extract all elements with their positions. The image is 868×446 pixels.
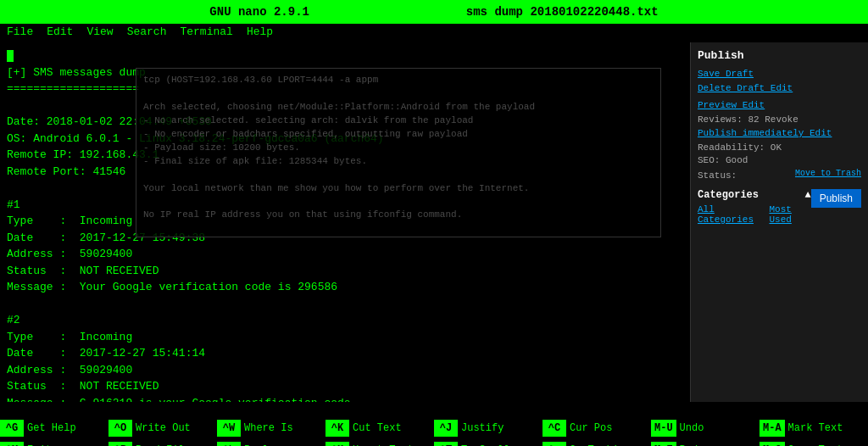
shortcut-item[interactable]: M-6Copy Text [760,439,868,446]
shortcut-key: ^O [108,420,132,437]
shortcut-label: Get Help [27,422,76,434]
shortcut-item[interactable]: ^XExit [0,439,108,446]
editor-line: Status : NOT RECEIVED [7,378,683,395]
menu-item-file[interactable]: File [7,25,33,41]
shortcut-item[interactable]: ^_Go To Line [542,439,651,446]
overlay-line: tcp (HOST=192.168.43.60 LPORT=4444 -a ap… [143,74,654,87]
menu-item-terminal[interactable]: Terminal [180,25,232,41]
overlay-line [143,87,654,101]
shortcut-item[interactable]: M-UUndo [651,417,760,439]
overlay-line [143,169,654,182]
editor-line: #2 [7,312,683,329]
editor-line: Message : Your Google verification code … [7,279,683,296]
delete-draft-button[interactable]: Delete Draft Edit [698,83,861,93]
seo-label: SEO: Good [698,155,861,165]
shortcut-item[interactable]: ^KCut Text [326,417,434,439]
overlay-line: - Payload size: 10200 bytes. [143,142,654,155]
shortcut-item[interactable]: ^UUncut Text [326,439,434,446]
editor-line: Message : G-916219 is your Google verifi… [7,395,683,403]
shortcut-label: Justify [461,422,504,434]
shortcut-label: Cut Text [353,422,402,434]
menu-bar: FileEditViewSearchTerminalHelp [0,24,868,42]
preview-button[interactable]: Preview Edit [698,100,861,110]
editor-line: Address : 59029400 [7,246,683,263]
shortcut-item[interactable]: ^GGet Help [0,417,108,439]
shortcut-item[interactable]: ^OWrite Out [108,417,217,439]
shortcut-key: M-6 [760,442,785,446]
menu-item-view[interactable]: View [86,25,113,41]
shortcut-key: M-A [760,420,785,437]
publish-button[interactable]: Publish [811,189,861,208]
overlay-panel: tcp (HOST=192.168.43.60 LPORT=4444 -a ap… [136,68,661,237]
categories-expand-icon[interactable]: ▲ [804,189,810,201]
shortcut-item[interactable]: ^RRead File [108,439,217,446]
shortcut-key: ^G [0,420,24,437]
menu-item-edit[interactable]: Edit [47,25,73,41]
shortcut-key: M-E [651,442,676,446]
shortcut-key: ^_ [542,442,566,446]
shortcut-item[interactable]: M-ERedo [651,439,760,446]
editor-line: Date : 2017-12-27 15:41:14 [7,345,683,362]
shortcut-item[interactable]: ^CCur Pos [542,417,651,439]
overlay-line [143,195,654,209]
shortcut-key: ^R [108,442,132,446]
overlay-line: - No encoder or badchars specified, outp… [143,128,654,142]
editor-line: Address : 59029400 [7,362,683,379]
publish-immediately-button[interactable]: Publish immediately Edit [698,128,861,138]
status-label: Status: [698,170,737,181]
sidebar-publish-title: Publish [698,49,861,62]
sidebar: Publish Save Draft Delete Draft Edit Pre… [690,42,868,402]
shortcut-item[interactable]: ^\Replace [217,439,326,446]
overlay-line: Arch selected, choosing net/Module::Plat… [143,101,654,114]
shortcut-row-2: ^XExit^RRead File^\Replace^UUncut Text^T… [0,439,868,446]
reviews-label: Reviews: 82 Revoke [698,114,861,125]
shortcut-key: ^C [542,420,566,437]
main-area: [+] SMS messages dump===================… [0,42,868,402]
status-bar [0,402,868,417]
filename: sms dump 20180102220448.txt [466,5,659,19]
most-used-link[interactable]: Most Used [769,204,810,225]
shortcut-label: Mark Text [788,422,843,434]
shortcut-label: Write Out [136,422,191,434]
shortcut-label: Where Is [244,422,293,434]
shortcut-item[interactable]: ^JJustify [434,417,542,439]
bottom-bar: ^GGet Help^OWrite Out^WWhere Is^KCut Tex… [0,417,868,446]
shortcut-key: M-U [651,420,676,437]
all-categories-link[interactable]: All Categories [698,204,762,225]
editor-line [7,296,683,313]
overlay-line: Your local network than me show you how … [143,182,654,196]
menu-item-search[interactable]: Search [127,25,167,41]
overlay-line: - No arch selected. selecting arch: dalv… [143,114,654,128]
shortcut-item[interactable]: ^TTo Spell [434,439,542,446]
shortcut-row-1: ^GGet Help^OWrite Out^WWhere Is^KCut Tex… [0,417,868,439]
title-bar: GNU nano 2.9.1 sms dump 20180102220448.t… [0,0,868,24]
shortcut-key: ^\ [217,442,241,446]
shortcut-key: ^K [326,420,349,437]
app-name: GNU nano 2.9.1 [209,5,309,19]
shortcut-key: ^U [326,442,349,446]
categories-title: Categories [698,189,759,201]
editor-cursor-line [7,47,683,64]
move-to-trash-link[interactable]: Move to Trash [795,169,861,178]
overlay-line [143,222,654,236]
shortcut-label: Undo [680,422,704,434]
shortcut-key: ^W [217,420,241,437]
save-draft-button[interactable]: Save Draft [698,69,861,79]
readability-label: Readability: OK [698,142,861,153]
editor-line: Type : Incoming [7,329,683,346]
editor-line: Status : NOT RECEIVED [7,263,683,280]
overlay-line: - Final size of apk file: 1285344 bytes. [143,155,654,169]
shortcut-key: ^T [434,442,458,446]
shortcut-key: ^J [434,420,458,437]
shortcut-item[interactable]: M-AMark Text [760,417,868,439]
menu-item-help[interactable]: Help [247,25,273,41]
shortcut-item[interactable]: ^WWhere Is [217,417,326,439]
shortcut-key: ^X [0,442,24,446]
overlay-line: Will generate payload in your directory … [143,236,654,237]
overlay-line: No IP real IP address you on that using … [143,209,654,222]
shortcut-label: Cur Pos [570,422,612,434]
